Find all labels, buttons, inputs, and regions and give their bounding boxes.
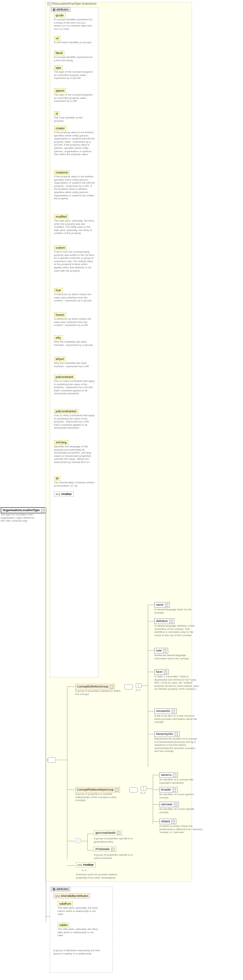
cdg-note[interactable]: note + xyxy=(154,648,168,654)
attr-how[interactable]: how xyxy=(54,288,63,293)
item-desc: An identifier of a more specific concept… xyxy=(159,808,202,814)
crg-sameas[interactable]: sameAs + xyxy=(159,772,178,778)
cdg-node[interactable]: ConceptDefinitionGroup - xyxy=(75,684,115,689)
expand-icon[interactable]: + xyxy=(175,733,178,736)
group-label: timeValidityAttributes xyxy=(61,894,88,897)
attr-whyuri[interactable]: whyuri xyxy=(54,357,66,361)
attr-custom[interactable]: custom xyxy=(54,245,67,250)
attr-desc: One or many constraints that apply to pu… xyxy=(54,414,95,430)
expand-icon[interactable]: - xyxy=(115,788,118,792)
expand-icon[interactable]: - xyxy=(110,685,113,689)
item-label: definition xyxy=(156,619,168,623)
attr-creatoruri[interactable]: creatoruri xyxy=(54,170,70,175)
attr-dir[interactable]: dir xyxy=(54,476,60,480)
attr-creator[interactable]: creator xyxy=(54,126,67,130)
attr-desc: The date (and, optionally, the time) aft… xyxy=(57,928,98,937)
crg-related[interactable]: related + xyxy=(159,819,176,824)
expand-icon[interactable]: + xyxy=(173,788,176,792)
connector-line xyxy=(67,686,75,687)
expand-icon[interactable]: + xyxy=(172,710,175,713)
cdg-facet[interactable]: facet + xyxy=(154,669,169,675)
item-label: sameAs xyxy=(161,773,172,776)
item-desc: An identifier of a concept with equivale… xyxy=(159,778,202,784)
attr-label: literal xyxy=(56,51,63,55)
attr-validfrom[interactable]: validfrom xyxy=(57,902,73,906)
sequence-icon xyxy=(124,684,133,689)
any-other: ##other xyxy=(61,492,72,496)
attr-label: modified xyxy=(56,215,67,218)
expand-icon[interactable]: + xyxy=(111,848,114,851)
expand-icon[interactable]: + xyxy=(174,803,177,806)
attr-howuri[interactable]: howuri xyxy=(54,312,66,317)
occ-label: 0..∞ xyxy=(136,689,141,692)
attr-label: pubconstrainturi xyxy=(56,410,76,413)
attr-typeuri[interactable]: typeuri xyxy=(54,88,66,93)
cdg-remoteinfo[interactable]: remoteInfo + xyxy=(154,708,176,714)
attr-why[interactable]: why xyxy=(54,336,62,340)
item-desc: Represents the position of a concept in … xyxy=(154,737,199,753)
item-label: facet xyxy=(156,670,162,673)
expand-icon[interactable]: + xyxy=(169,620,173,623)
cdg-hierarchyinfo[interactable]: hierarchyInfo + xyxy=(154,731,179,737)
attr-uri[interactable]: uri xyxy=(54,36,60,41)
attr-any[interactable]: any ##other xyxy=(54,492,74,496)
cdg-definition[interactable]: definition + xyxy=(154,619,174,624)
attr-id[interactable]: id xyxy=(54,111,60,116)
item-desc: In NAR 1.8 and later. Facet is deprecate… xyxy=(154,675,200,691)
attr-validto[interactable]: validto xyxy=(57,923,69,928)
poidetails-node[interactable]: POIDetails + xyxy=(94,848,116,851)
any-desc: Extension point for provider-defined pro… xyxy=(76,873,118,879)
attr-label: pubconstraint xyxy=(56,375,73,379)
connector-line xyxy=(141,686,148,686)
crg-broader[interactable]: broader + xyxy=(159,787,178,792)
any-node[interactable]: any ##other xyxy=(76,863,95,867)
attr-desc: The date (and, optionally, the time) whe… xyxy=(54,219,95,235)
expand-icon[interactable]: + xyxy=(117,832,120,835)
attributes-header-text: attributes xyxy=(57,8,69,11)
cdg-desc: A group of properties required to define… xyxy=(75,689,121,696)
expand-icon[interactable]: + xyxy=(165,603,168,607)
attributes-header-2: ▧ attributes xyxy=(51,887,70,891)
crg-narrower[interactable]: narrower + xyxy=(159,802,179,807)
connector-line xyxy=(42,510,46,510)
attr-desc: Why the metadata has been included - exp… xyxy=(54,340,95,347)
item-label: hierarchyInfo xyxy=(156,732,173,736)
attr-label: validfrom xyxy=(59,902,71,905)
attr-type[interactable]: type xyxy=(54,65,63,70)
expand-icon[interactable]: + xyxy=(172,820,175,823)
timevalidity-group[interactable]: ▧▧ timeValidityAttributes xyxy=(53,893,90,899)
attr-label: type xyxy=(56,66,61,69)
attr-desc: If set to true the corresponding propert… xyxy=(54,250,95,272)
attr-desc: The type of the concept assigned as cont… xyxy=(54,70,93,80)
any-other: ##other xyxy=(83,863,94,867)
connector-line xyxy=(153,789,159,790)
item-desc: An identifier of a more generic concept. xyxy=(159,793,202,799)
expand-icon[interactable]: + xyxy=(163,649,167,652)
attr-pubconstraint[interactable]: pubconstraint xyxy=(54,375,75,379)
connector-line xyxy=(148,672,154,672)
item-label: narrower xyxy=(161,803,173,806)
attr-label: id xyxy=(56,112,58,115)
geoareadetails-node[interactable]: geoAreaDetails + xyxy=(94,831,122,835)
group-desc: A group of attributes expressing the tim… xyxy=(53,949,106,955)
attr-modified[interactable]: modified xyxy=(54,214,68,219)
expand-icon[interactable]: + xyxy=(164,670,167,674)
attr-xmllang[interactable]: xml:lang xyxy=(54,440,68,445)
attr-literal[interactable]: literal xyxy=(54,51,64,55)
expand-icon[interactable]: - xyxy=(41,509,44,512)
root-node: OrganisationLocationType - xyxy=(1,507,46,513)
extension-label-box: ≡ FlexLocationPropType (extension) xyxy=(48,2,97,5)
attr-qcode[interactable]: qcode xyxy=(54,13,65,18)
item-desc: A link to an item or a web resource whic… xyxy=(154,714,199,724)
expand-icon[interactable]: + xyxy=(173,773,176,777)
cdg-name[interactable]: name + xyxy=(154,602,170,608)
item-label: POIDetails xyxy=(95,848,110,851)
attr-desc: A reference by which means the value was… xyxy=(54,293,95,302)
connector-line xyxy=(67,686,67,859)
attr-label: creatoruri xyxy=(56,171,68,174)
crg-node[interactable]: ConceptRelationshipsGroup - xyxy=(75,787,120,792)
any-label: any xyxy=(56,492,60,496)
attr-pubconstrainturi[interactable]: pubconstrainturi xyxy=(54,409,78,414)
connector-line xyxy=(81,841,87,841)
attr-label: dir xyxy=(56,477,59,480)
